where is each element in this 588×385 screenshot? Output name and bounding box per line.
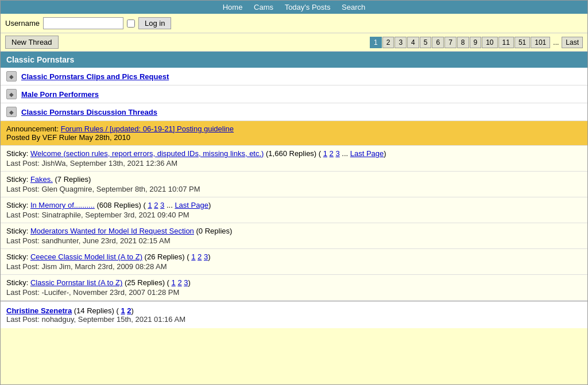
category-link-discussion[interactable]: Classic Pornstars Discussion Threads [21, 108, 157, 116]
page-last[interactable]: Last [562, 37, 583, 48]
sticky-suffix-2: (7 Replies) [53, 175, 91, 184]
nav-home[interactable]: Home [223, 3, 243, 11]
sticky-page-3-2[interactable]: 2 [154, 201, 158, 209]
sticky-lastpost-5: Last Post: Jism Jim, March 23rd, 2009 08… [6, 262, 582, 271]
thread-page-2[interactable]: 2 [127, 306, 131, 315]
page-1[interactable]: 1 [370, 37, 382, 48]
sticky-suffix-6: (25 Replies) ( [122, 278, 171, 287]
page-6[interactable]: 6 [432, 37, 444, 48]
sticky-page-6-3[interactable]: 3 [184, 278, 188, 287]
sticky-suffix-1: (1,660 Replies) ( [264, 149, 323, 158]
page-4[interactable]: 4 [407, 37, 419, 48]
sticky-link-6[interactable]: Classic Pornstar list (A to Z) [30, 278, 122, 287]
page-51[interactable]: 51 [514, 37, 530, 48]
sticky-lastpost-6: Last Post: -Lucifer-, November 23rd, 200… [6, 288, 582, 297]
page-9[interactable]: 9 [470, 37, 482, 48]
sticky-page-6-2[interactable]: 2 [177, 278, 181, 287]
thread-suffix: (14 Replies) ( [72, 306, 121, 315]
announcement-link[interactable]: Forum Rules / [updated: 06-19-21] Postin… [61, 125, 234, 133]
sticky-link-3[interactable]: In Memory of.......... [30, 201, 95, 209]
sticky-lastpost-3: Last Post: Sinatraphile, September 3rd, … [6, 211, 582, 219]
sticky-prefix-1: Sticky: [6, 149, 30, 158]
sticky-lastpage-3[interactable]: Last Page [175, 201, 208, 209]
login-bar: Username Log in [1, 14, 587, 33]
sticky-link-2[interactable]: Fakes. [30, 175, 53, 184]
page-3[interactable]: 3 [394, 37, 407, 48]
username-label: Username [5, 19, 40, 28]
announcement-posted-by: Posted By VEF Ruler May 28th, 2010 [6, 133, 130, 142]
sticky-lastpage-1[interactable]: Last Page [350, 149, 384, 158]
nav-todays-posts[interactable]: Today's Posts [285, 3, 331, 11]
category-link-male[interactable]: Male Porn Performers [21, 90, 99, 99]
page-5[interactable]: 5 [420, 37, 432, 48]
category-icon-clips: ◆ [6, 71, 17, 81]
sticky-fakes: Sticky: Fakes. (7 Replies) Last Post: Gl… [1, 172, 587, 197]
page-8[interactable]: 8 [457, 37, 469, 48]
page-101[interactable]: 101 [531, 37, 550, 48]
category-discussion: ◆ Classic Pornstars Discussion Threads [1, 103, 587, 121]
sticky-prefix-4: Sticky: [6, 227, 30, 235]
sticky-page-1-2[interactable]: 2 [330, 149, 334, 158]
sticky-prefix-5: Sticky: [6, 252, 30, 261]
sticky-page-5-3[interactable]: 3 [204, 252, 208, 261]
category-clips-pics: ◆ Classic Pornstars Clips and Pics Reque… [1, 68, 587, 85]
sticky-page-3-1[interactable]: 1 [148, 201, 152, 209]
top-navigation: Home Cams Today's Posts Search [1, 1, 587, 14]
thread-page-1[interactable]: 1 [121, 306, 125, 315]
sticky-prefix-6: Sticky: [6, 278, 30, 287]
page-7[interactable]: 7 [444, 37, 457, 48]
sticky-page-6-1[interactable]: 1 [172, 278, 176, 287]
nav-cams[interactable]: Cams [254, 3, 273, 11]
page-ellipsis: ... [551, 37, 561, 48]
thread-lastpost: Last Post: nohadguy, September 15th, 202… [6, 315, 582, 324]
page-11[interactable]: 11 [498, 37, 514, 48]
category-icon-discussion: ◆ [6, 107, 17, 117]
sticky-lastpost-1: Last Post: JishWa, September 13th, 2021 … [6, 159, 582, 168]
sticky-classic-list: Sticky: Classic Pornstar list (A to Z) (… [1, 275, 587, 301]
pagination: 1 2 3 4 5 6 7 8 9 10 11 51 101 ... Last [370, 37, 583, 48]
sticky-page-5-2[interactable]: 2 [198, 252, 202, 261]
sticky-lastpost-2: Last Post: Glen Quagmire, September 8th,… [6, 185, 582, 193]
page-10[interactable]: 10 [482, 37, 497, 48]
sticky-page-3-3[interactable]: 3 [160, 201, 164, 209]
sticky-moderators: Sticky: Moderators Wanted for Model Id R… [1, 223, 587, 249]
sticky-link-5[interactable]: Ceecee Classic Model list (A to Z) [30, 252, 142, 261]
sticky-ceecee: Sticky: Ceecee Classic Model list (A to … [1, 249, 587, 275]
toolbar-row: New Thread 1 2 3 4 5 6 7 8 9 10 11 51 10… [1, 33, 587, 52]
thread-link-christine[interactable]: Christine Szenetra [6, 306, 72, 315]
sticky-in-memory: Sticky: In Memory of.......... (608 Repl… [1, 197, 587, 223]
sticky-prefix-3: Sticky: [6, 201, 30, 209]
category-link-clips[interactable]: Classic Pornstars Clips and Pics Request [21, 72, 169, 81]
sticky-page-5-1[interactable]: 1 [191, 252, 195, 261]
bottom-thread-section: Christine Szenetra (14 Replies) ( 1 2) L… [1, 301, 587, 328]
category-male-performers: ◆ Male Porn Performers [1, 85, 587, 103]
sticky-link-1[interactable]: Welcome (section rules, report errors, d… [30, 149, 264, 158]
sticky-welcome: Sticky: Welcome (section rules, report e… [1, 146, 587, 172]
sticky-page-1-1[interactable]: 1 [323, 149, 327, 158]
new-thread-button[interactable]: New Thread [5, 36, 59, 49]
sticky-page-1-3[interactable]: 3 [335, 149, 339, 158]
username-input[interactable] [43, 17, 123, 29]
announcement-prefix: Announcement: [6, 125, 61, 133]
page-2[interactable]: 2 [382, 37, 394, 48]
sticky-suffix-4: (0 Replies) [194, 227, 232, 235]
login-button[interactable]: Log in [138, 17, 171, 29]
category-icon-male: ◆ [6, 89, 17, 99]
sticky-suffix-3: (608 Replies) ( [95, 201, 148, 209]
sticky-lastpost-4: Last Post: sandhunter, June 23rd, 2021 0… [6, 236, 582, 245]
sticky-prefix-2: Sticky: [6, 175, 30, 184]
announcement-row: Announcement: Forum Rules / [updated: 06… [1, 121, 587, 146]
section-header: Classic Pornstars [1, 52, 587, 68]
nav-search[interactable]: Search [342, 3, 365, 11]
remember-checkbox[interactable] [127, 20, 135, 28]
sticky-link-4[interactable]: Moderators Wanted for Model Id Request S… [30, 227, 194, 235]
sticky-suffix-5: (26 Replies) ( [142, 252, 191, 261]
